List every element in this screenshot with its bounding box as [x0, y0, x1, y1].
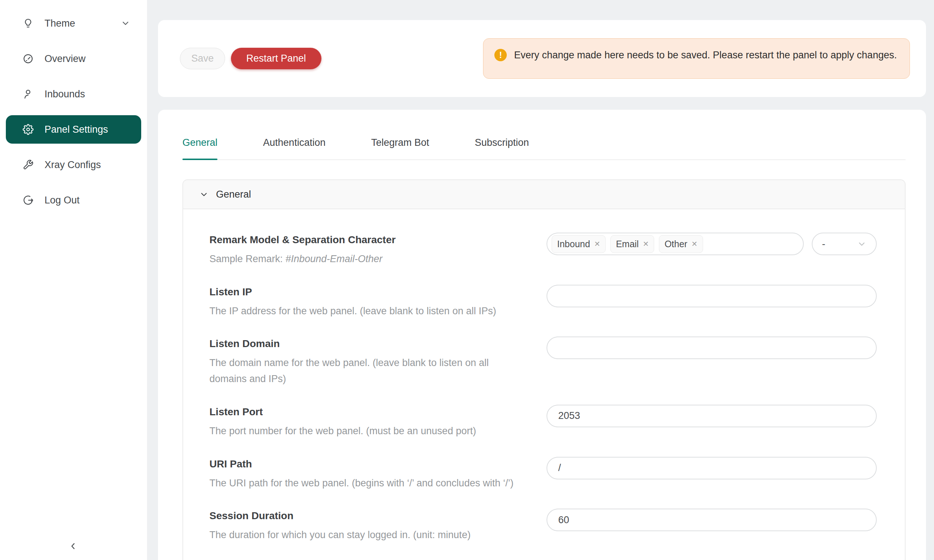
field-hint: Sample Remark: #Inbound-Email-Other: [210, 251, 396, 267]
lightbulb-icon: [23, 18, 34, 29]
field-hint: The domain name for the web panel. (leav…: [210, 355, 523, 387]
warning-alert: ! Every change made here needs to be sav…: [483, 38, 910, 79]
action-buttons: Save Restart Panel: [180, 48, 321, 69]
field-hint: The duration for which you can stay logg…: [210, 527, 471, 543]
chevron-down-icon: [199, 189, 209, 199]
field-label: Listen Port: [210, 406, 476, 418]
field-label: Listen IP: [210, 286, 496, 298]
general-collapse-header[interactable]: General: [183, 180, 905, 209]
user-icon: [23, 89, 34, 100]
remark-model-multiselect[interactable]: Inbound ✕ Email ✕ Other ✕: [547, 232, 804, 255]
dashboard-gauge-icon: [23, 53, 34, 64]
section-title: General: [216, 189, 251, 200]
form-row-remark-model: Remark Model & Separation Character Samp…: [210, 232, 877, 267]
sidebar-item-label: Xray Configs: [45, 159, 101, 171]
tag-label: Inbound: [557, 239, 590, 249]
close-icon[interactable]: ✕: [643, 240, 649, 248]
tag-email[interactable]: Email ✕: [610, 235, 654, 253]
sidebar-item-label: Overview: [45, 53, 86, 65]
sidebar-collapse-button[interactable]: [63, 537, 83, 555]
form-row-listen-port: Listen Port The port number for the web …: [210, 405, 877, 439]
main-content: Save Restart Panel ! Every change made h…: [147, 0, 934, 560]
tab-general[interactable]: General: [182, 137, 217, 159]
form-row-listen-ip: Listen IP The IP address for the web pan…: [210, 285, 877, 319]
session-duration-input[interactable]: [547, 509, 877, 531]
uri-path-input[interactable]: [547, 457, 877, 479]
logout-icon: [23, 195, 34, 206]
chevron-down-icon: [121, 18, 130, 28]
field-label: Listen Domain: [210, 338, 523, 350]
wrench-icon: [23, 159, 34, 170]
tab-subscription[interactable]: Subscription: [475, 137, 529, 159]
restart-panel-button[interactable]: Restart Panel: [231, 48, 321, 69]
general-collapse-panel: General Remark Model & Separation Charac…: [182, 179, 906, 560]
close-icon[interactable]: ✕: [691, 240, 698, 248]
sidebar-item-label: Panel Settings: [45, 124, 108, 135]
tag-other[interactable]: Other ✕: [659, 235, 703, 253]
sidebar-item-label: Inbounds: [45, 89, 85, 100]
sidebar: Theme Overview Inbounds Panel Settings X…: [0, 0, 147, 560]
sidebar-item-log-out[interactable]: Log Out: [6, 186, 141, 214]
sidebar-item-inbounds[interactable]: Inbounds: [6, 80, 141, 108]
actions-card: Save Restart Panel ! Every change made h…: [158, 20, 926, 97]
close-icon[interactable]: ✕: [594, 240, 600, 248]
field-hint: The port number for the web panel. (must…: [210, 423, 476, 439]
tag-label: Other: [664, 239, 687, 249]
tag-label: Email: [616, 239, 639, 249]
warning-icon: !: [494, 49, 507, 61]
field-hint: The IP address for the web panel. (leave…: [210, 303, 496, 319]
general-form: Remark Model & Separation Character Samp…: [183, 209, 905, 560]
tab-telegram-bot[interactable]: Telegram Bot: [371, 137, 429, 159]
field-label: Remark Model & Separation Character: [210, 234, 396, 246]
form-row-session-duration: Session Duration The duration for which …: [210, 509, 877, 543]
listen-domain-input[interactable]: [547, 337, 877, 359]
form-row-uri-path: URI Path The URI path for the web panel.…: [210, 457, 877, 491]
field-hint: The URI path for the web panel. (begins …: [210, 475, 513, 491]
tag-inbound[interactable]: Inbound ✕: [552, 235, 606, 253]
tab-authentication[interactable]: Authentication: [263, 137, 325, 159]
sidebar-item-theme[interactable]: Theme: [6, 9, 141, 38]
sidebar-item-overview[interactable]: Overview: [6, 45, 141, 73]
sidebar-item-panel-settings[interactable]: Panel Settings: [6, 115, 141, 144]
sample-remark-prefix: Sample Remark:: [210, 253, 286, 264]
listen-port-input[interactable]: [547, 405, 877, 427]
sidebar-item-xray-configs[interactable]: Xray Configs: [6, 151, 141, 179]
settings-tabs: General Authentication Telegram Bot Subs…: [182, 137, 906, 160]
field-label: URI Path: [210, 458, 513, 470]
sidebar-item-label: Log Out: [45, 195, 80, 206]
separator-value: -: [822, 238, 825, 250]
listen-ip-input[interactable]: [547, 285, 877, 307]
field-label: Session Duration: [210, 510, 471, 522]
sample-remark-value: #Inbound-Email-Other: [286, 253, 383, 264]
form-row-listen-domain: Listen Domain The domain name for the we…: [210, 337, 877, 387]
chevron-down-icon: [857, 239, 866, 249]
sidebar-item-label: Theme: [45, 18, 75, 29]
separator-select[interactable]: -: [812, 232, 877, 255]
warning-alert-text: Every change made here needs to be saved…: [514, 48, 897, 63]
save-button[interactable]: Save: [180, 48, 225, 69]
settings-card: General Authentication Telegram Bot Subs…: [158, 110, 926, 560]
gear-icon: [23, 124, 34, 135]
chevron-left-icon: [68, 541, 79, 552]
